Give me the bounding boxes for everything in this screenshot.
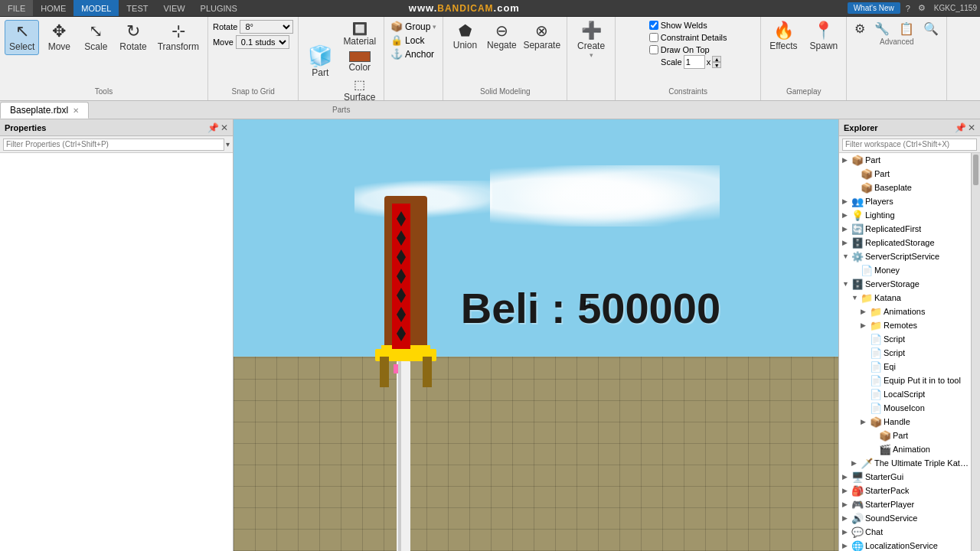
tree-expand-ultimateTripleKatana[interactable]: ▶: [851, 459, 861, 467]
tree-item-starterPack[interactable]: ▶🎒StarterPack: [839, 484, 971, 497]
tree-expand-starterGui[interactable]: ▶: [842, 473, 851, 481]
tree-expand-chat[interactable]: ▶: [842, 528, 851, 536]
whats-new-button[interactable]: What's New: [848, 2, 900, 14]
tree-item-mouseIcon[interactable]: 📄MouseIcon: [839, 401, 971, 415]
scale-down-button[interactable]: ▼: [712, 62, 721, 68]
adv-btn4[interactable]: 🔍: [920, 20, 942, 37]
rotate-input[interactable]: 8°15°45°90°: [240, 20, 293, 34]
tree-item-part3[interactable]: 📦Part: [839, 429, 971, 442]
material-button[interactable]: 🔲 Material: [340, 20, 379, 48]
union-button[interactable]: ⬟ Union: [448, 20, 482, 52]
adv-btn3[interactable]: 📋: [896, 20, 917, 37]
tree-item-players[interactable]: ▶👥Players: [839, 194, 971, 208]
tree-item-replicatedFirst[interactable]: ▶🔄ReplicatedFirst: [839, 222, 971, 236]
effects-button[interactable]: 🔥 Effects: [766, 20, 801, 54]
tree-expand-soundService[interactable]: ▶: [842, 514, 851, 522]
move-tool-button[interactable]: ✥ Move: [42, 21, 76, 54]
tree-item-animations[interactable]: ▶📁Animations: [839, 305, 971, 318]
tree-item-script1[interactable]: 📄Script: [839, 332, 971, 346]
menu-test[interactable]: TEST: [119, 0, 155, 16]
menu-plugins[interactable]: PLUGINS: [193, 0, 245, 16]
explorer-scrollbar[interactable]: [971, 153, 980, 551]
tree-item-animation[interactable]: 🎬Animation: [839, 442, 971, 456]
menu-model[interactable]: MODEL: [74, 0, 119, 16]
explorer-pin-icon[interactable]: 📌: [955, 122, 966, 133]
rotate-tool-button[interactable]: ↻ Rotate: [116, 21, 150, 54]
tree-expand-serverStorage[interactable]: ▼: [842, 280, 851, 288]
tree-item-remotes[interactable]: ▶📁Remotes: [839, 318, 971, 332]
tree-expand-serverScriptService[interactable]: ▼: [842, 253, 851, 260]
transform-tool-button[interactable]: ⊹ Transform: [154, 21, 203, 54]
tree-item-starterPlayer[interactable]: ▶🎮StarterPlayer: [839, 497, 971, 511]
tree-item-part2[interactable]: 📦Part: [839, 167, 971, 181]
properties-filter-input[interactable]: [3, 139, 224, 151]
tree-item-eqi[interactable]: 📄Eqi: [839, 360, 971, 373]
move-input[interactable]: 0.1 studs0.5 studs1 stud: [236, 35, 289, 49]
tree-expand-localizationService[interactable]: ▶: [842, 542, 851, 549]
explorer-close-icon[interactable]: ✕: [968, 122, 975, 133]
tree-item-handle[interactable]: ▶📦Handle: [839, 415, 971, 429]
tree-item-localizationService[interactable]: ▶🌐LocalizationService: [839, 539, 971, 551]
tree-expand-starterPlayer[interactable]: ▶: [842, 500, 851, 508]
explorer-filter-input[interactable]: [842, 139, 977, 151]
lock-button[interactable]: 🔒 Lock: [389, 34, 438, 47]
separate-button[interactable]: ⊗ Separate: [521, 20, 562, 52]
filter-arrow-icon[interactable]: ▾: [226, 140, 230, 148]
tree-item-soundService[interactable]: ▶🔊SoundService: [839, 511, 971, 525]
tree-item-chat[interactable]: ▶💬Chat: [839, 525, 971, 539]
tree-expand-players[interactable]: ▶: [842, 197, 851, 205]
viewport[interactable]: Beli : 500000: [234, 119, 838, 551]
tree-item-ultimateTripleKatana[interactable]: ▶🗡️The Ultimate Triple Katana: [839, 456, 971, 470]
help-icon[interactable]: ?: [903, 4, 913, 13]
tree-label-animation: Animation: [893, 445, 930, 454]
baseplate-tab[interactable]: Baseplate.rbxl ✕: [0, 102, 89, 119]
draw-on-top-checkbox[interactable]: [649, 45, 658, 54]
tree-item-money[interactable]: 📄Money: [839, 263, 971, 277]
color-button[interactable]: Color: [340, 50, 379, 74]
tree-item-part1[interactable]: ▶📦Part: [839, 153, 971, 167]
scale-up-button[interactable]: ▲: [712, 56, 721, 62]
tree-item-script2[interactable]: 📄Script: [839, 346, 971, 360]
tree-item-localScript[interactable]: 📄LocalScript: [839, 387, 971, 401]
properties-pin-icon[interactable]: 📌: [207, 122, 219, 133]
menu-file[interactable]: FILE: [0, 0, 33, 16]
tree-expand-animations[interactable]: ▶: [861, 308, 870, 315]
anchor-button[interactable]: ⚓ Anchor: [389, 47, 438, 60]
tree-item-katana[interactable]: ▼📁Katana: [839, 291, 971, 305]
tree-expand-replicatedFirst[interactable]: ▶: [842, 225, 851, 233]
adv-btn2[interactable]: 🔧: [871, 20, 893, 37]
tree-expand-katana[interactable]: ▼: [851, 294, 861, 302]
tree-item-equipPutit[interactable]: 📄Equip Put it in to tool: [839, 373, 971, 387]
part-button[interactable]: 🧊 Part: [303, 44, 337, 80]
tree-item-lighting[interactable]: ▶💡Lighting: [839, 208, 971, 222]
group-button[interactable]: 📦 Group ▾: [389, 20, 438, 33]
tree-item-serverStorage[interactable]: ▼🗄️ServerStorage: [839, 277, 971, 291]
tree-expand-replicatedStorage[interactable]: ▶: [842, 239, 851, 246]
surface-button[interactable]: ⬚ Surface: [340, 76, 379, 104]
scale-value-input[interactable]: [684, 55, 705, 69]
tree-item-baseplate[interactable]: 📦Baseplate: [839, 181, 971, 194]
scale-tool-button[interactable]: ⤡ Scale: [79, 21, 113, 54]
tree-item-serverScriptService[interactable]: ▼⚙️ServerScriptService: [839, 249, 971, 263]
tree-item-starterGui[interactable]: ▶🖥️StarterGui: [839, 470, 971, 484]
constraint-details-checkbox[interactable]: [649, 33, 658, 42]
tree-icon-serverStorage: 🗄️: [851, 279, 864, 290]
tree-expand-part1[interactable]: ▶: [842, 156, 851, 164]
tree-item-replicatedStorage[interactable]: ▶🗄️ReplicatedStorage: [839, 236, 971, 249]
menu-home[interactable]: HOME: [33, 0, 74, 16]
show-welds-checkbox[interactable]: [649, 21, 658, 30]
tree-expand-lighting[interactable]: ▶: [842, 211, 851, 219]
create-button[interactable]: ➕ Create ▾: [572, 20, 610, 61]
tab-close-icon[interactable]: ✕: [73, 106, 79, 115]
settings-icon[interactable]: ⚙: [916, 3, 928, 13]
negate-button[interactable]: ⊖ Negate: [485, 20, 518, 52]
spawn-button[interactable]: 📍 Spawn: [806, 20, 842, 54]
select-tool-button[interactable]: ↖ Select: [5, 20, 39, 55]
adv-btn1[interactable]: ⚙: [851, 20, 868, 37]
tree-expand-remotes[interactable]: ▶: [861, 321, 870, 329]
tree-expand-starterPack[interactable]: ▶: [842, 487, 851, 494]
properties-close-icon[interactable]: ✕: [220, 122, 228, 133]
tree-expand-handle[interactable]: ▶: [861, 418, 870, 425]
menu-view[interactable]: VIEW: [155, 0, 192, 16]
menu-bar-right: What's New ? ⚙ KGKC_1159: [848, 2, 980, 14]
